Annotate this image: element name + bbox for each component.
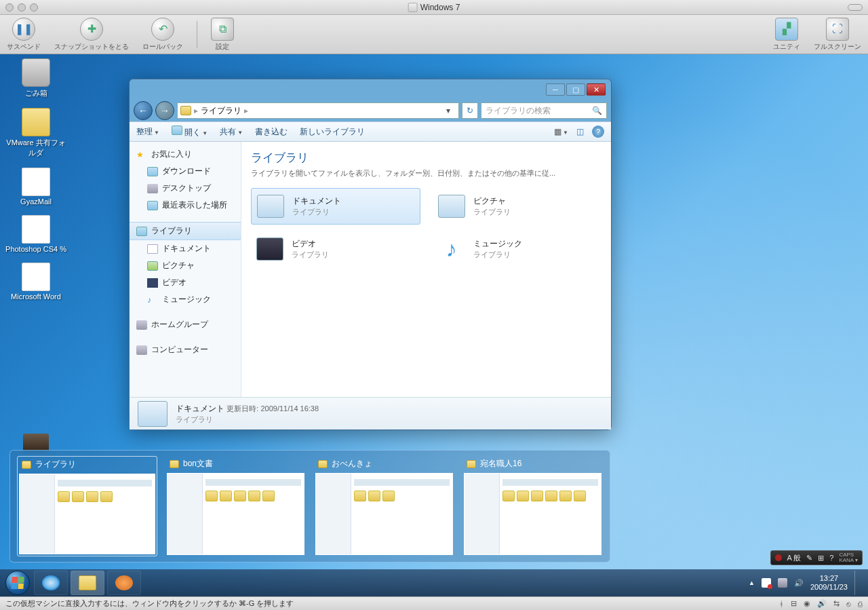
cd-icon[interactable]: ◉ <box>804 599 810 608</box>
thumbnail-bon[interactable]: bon文書 <box>165 456 306 556</box>
start-button[interactable] <box>3 570 33 596</box>
folder-icon <box>172 126 182 135</box>
toolbar-separator <box>197 21 197 48</box>
sidebar-item-downloads[interactable]: ダウンロード <box>130 163 241 180</box>
documents-icon <box>138 401 167 427</box>
file-icon <box>22 168 50 196</box>
sound-icon[interactable]: 🔊 <box>817 599 827 608</box>
refresh-button[interactable]: ↻ <box>462 102 478 119</box>
thumbnail-libraries[interactable]: ライブラリ <box>17 456 157 556</box>
mac-statusbar: この仮想マシンに直接入力するには、ウィンドウ内をクリックするか ⌘-G を押しま… <box>0 596 868 610</box>
sidebar-libraries-head[interactable]: ライブラリ <box>130 222 241 240</box>
bluetooth-icon[interactable]: ᚼ <box>779 600 784 608</box>
view-menu[interactable]: ▦▼ <box>554 127 568 136</box>
taskbar-wmp[interactable] <box>107 571 141 595</box>
thumbnail-atena[interactable]: 宛名職人16 <box>462 456 603 556</box>
burn-button[interactable]: 書き込む <box>255 126 288 138</box>
taskbar-thumbnails: ライブラリ bon文書 おべんきょ 宛名職人16 <box>9 450 610 563</box>
ime-pad-icon[interactable]: ⊞ <box>818 554 824 563</box>
clock[interactable]: 13:27 2009/11/23 <box>810 574 848 592</box>
ime-tool-icon[interactable]: ✎ <box>806 554 812 563</box>
mac-zoom-button[interactable] <box>30 3 38 12</box>
snapshot-button[interactable]: ✚ スナップショットをとる <box>54 18 129 52</box>
close-button[interactable]: ✕ <box>587 83 606 96</box>
sidebar-computer[interactable]: コンピューター <box>130 341 241 358</box>
desktop-icon-word[interactable]: Microsoft Word <box>4 263 68 301</box>
share-menu[interactable]: 共有▼ <box>220 126 243 138</box>
forward-button[interactable]: → <box>155 101 174 120</box>
taskbar-ie[interactable] <box>34 571 68 595</box>
address-bar[interactable]: ▸ ライブラリ ▸ ▾ <box>177 102 459 119</box>
mac-close-button[interactable] <box>5 3 14 12</box>
desktop-icon-gyazmail[interactable]: GyazMail <box>4 168 68 206</box>
mac-window-title: Windows 7 <box>408 3 460 12</box>
desktop-icon-vmware-shared[interactable]: VMware 共有フォルダ <box>4 108 68 158</box>
taskbar-explorer[interactable] <box>71 571 104 595</box>
sidebar-item-music[interactable]: ♪ミュージック <box>130 291 241 308</box>
sidebar-item-videos[interactable]: ビデオ <box>130 274 241 291</box>
unity-button[interactable]: ▞ ユニティ <box>773 18 800 52</box>
network-icon[interactable] <box>778 578 787 588</box>
library-item-videos[interactable]: ビデオライブラリ <box>251 231 420 267</box>
suspend-button[interactable]: ❚❚ サスペンド <box>7 18 41 52</box>
sidebar-item-recent[interactable]: 最近表示した場所 <box>130 197 241 214</box>
library-item-documents[interactable]: ドキュメントライブラリ <box>251 188 420 225</box>
desktop-icons: ごみ箱 VMware 共有フォルダ GyazMail Photoshop CS4… <box>4 58 68 301</box>
folder-icon <box>22 108 50 136</box>
ime-help-icon[interactable]: ? <box>829 554 833 562</box>
mac-minimize-button[interactable] <box>18 3 26 12</box>
library-item-pictures[interactable]: ピクチャライブラリ <box>433 188 602 225</box>
sidebar-item-documents[interactable]: ドキュメント <box>130 240 241 257</box>
explorer-titlebar[interactable]: ─ ▢ ✕ <box>130 79 611 100</box>
settings-button[interactable]: ⧉ 設定 <box>211 18 234 52</box>
library-item-music[interactable]: ♪ ミュージックライブラリ <box>433 231 602 267</box>
explorer-toolbar: 整理▼ 開く▼ 共有▼ 書き込む 新しいライブラリ ▦▼ ◫ ? <box>130 121 611 142</box>
video-icon <box>147 278 158 288</box>
star-icon: ★ <box>136 150 147 159</box>
desktop-icon-trash[interactable]: ごみ箱 <box>4 58 68 98</box>
windows-desktop[interactable]: ごみ箱 VMware 共有フォルダ GyazMail Photoshop CS4… <box>0 54 868 596</box>
minimize-button[interactable]: ─ <box>546 83 565 96</box>
wmp-icon <box>115 575 133 590</box>
back-button[interactable]: ← <box>134 101 153 120</box>
vm-icon <box>408 3 418 12</box>
organize-menu[interactable]: 整理▼ <box>136 126 159 138</box>
sidebar-favorites-head[interactable]: ★お気に入り <box>130 146 241 163</box>
content-subtitle: ライブラリを開いてファイルを表示し、フォルダー別、日付別、またはその他の基準に従… <box>251 168 601 178</box>
pause-icon: ❚❚ <box>12 18 35 41</box>
pictures-icon <box>147 261 158 271</box>
network-icon[interactable]: ⇆ <box>833 599 840 608</box>
windows-logo-icon <box>11 577 24 589</box>
homegroup-icon <box>136 320 147 330</box>
chevron-down-icon[interactable]: ▾ <box>446 106 456 115</box>
sidebar-item-desktop[interactable]: デスクトップ <box>130 180 241 197</box>
open-menu[interactable]: 開く▼ <box>172 126 208 138</box>
trash-icon <box>22 58 50 87</box>
search-icon: 🔍 <box>592 106 602 115</box>
tray-chevron-up-icon[interactable]: ▲ <box>749 579 755 586</box>
ie-icon <box>42 575 60 590</box>
volume-icon[interactable]: 🔊 <box>794 579 804 588</box>
libraries-icon <box>136 227 147 236</box>
ime-bar[interactable]: A 般 ✎ ⊞ ? CAPSKANA ▾ <box>770 550 863 565</box>
usb-icon[interactable]: ⎋ <box>846 600 851 608</box>
ime-caps-indicator: CAPSKANA ▾ <box>839 552 858 563</box>
file-icon <box>22 263 50 291</box>
desktop-icon-photoshop[interactable]: Photoshop CS4 % <box>4 215 68 253</box>
show-desktop-button[interactable] <box>854 571 861 595</box>
hdd-icon[interactable]: ⊟ <box>791 599 797 608</box>
sidebar-homegroup[interactable]: ホームグループ <box>130 316 241 333</box>
maximize-button[interactable]: ▢ <box>566 83 585 96</box>
printer-icon[interactable]: ⎙ <box>858 600 863 608</box>
mac-toolbar-toggle[interactable] <box>848 4 863 11</box>
search-input[interactable]: ライブラリの検索 🔍 <box>481 102 607 119</box>
thumbnail-obenkyou[interactable]: おべんきょ <box>314 456 454 556</box>
preview-pane-button[interactable]: ◫ <box>576 127 584 136</box>
rollback-button[interactable]: ↶ ロールバック <box>142 18 183 52</box>
help-button[interactable]: ? <box>592 126 604 138</box>
explorer-nav: ← → ▸ ライブラリ ▸ ▾ ↻ ライブラリの検索 🔍 <box>130 100 611 121</box>
new-library-button[interactable]: 新しいライブラリ <box>300 126 365 138</box>
action-center-icon[interactable] <box>762 578 771 588</box>
fullscreen-button[interactable]: ⛶ フルスクリーン <box>814 18 861 52</box>
sidebar-item-pictures[interactable]: ピクチャ <box>130 257 241 274</box>
